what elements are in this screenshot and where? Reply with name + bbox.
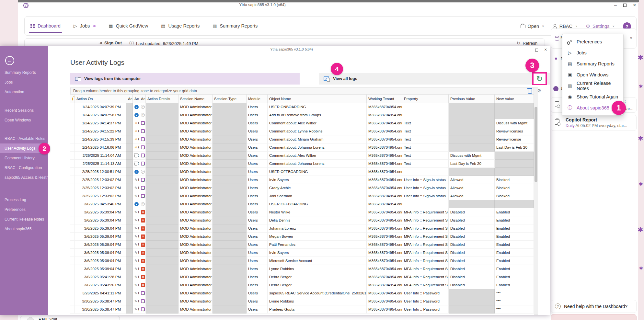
grid-header-object-name[interactable]: Object Name	[268, 95, 367, 103]
grid-header-action-on[interactable]: Action On	[75, 95, 126, 103]
current-user-chip[interactable]: Paul Smit	[20, 316, 120, 320]
sidebar-item-rbac-configuration[interactable]: RBAC - Configuration	[0, 163, 48, 173]
minimize-button[interactable]	[614, 3, 617, 8]
back-button[interactable]: ←	[5, 56, 14, 65]
grid-header-session-name[interactable]: Session Name	[178, 95, 213, 103]
sidebar-item-automation[interactable]: Automation	[0, 87, 48, 97]
table-row[interactable]: 3/6/2025 05:39:04 PM✎U✕EMOD Administrato…	[70, 224, 534, 233]
settings-menu-item-preferences[interactable]: Preferences	[562, 36, 623, 47]
table-row[interactable]: 1/24/2025 04:14:37 PM✳CSMOD Administrato…	[70, 119, 534, 127]
sidebar-item-sapio365-access-restrictions[interactable]: sapio365 Access & Restrictions	[0, 173, 48, 182]
grid-header-working-tenant[interactable]: Working Tenant	[367, 95, 402, 103]
scrollbar-thumb[interactable]	[535, 107, 537, 182]
grid-header-ac[interactable]: Ac...	[126, 95, 133, 103]
table-row[interactable]: 1/24/2025 04:15:22 PM✳CSMOD Administrato…	[70, 127, 534, 135]
sidebar-item-about-sapio365[interactable]: About sapio365	[0, 224, 48, 234]
sidebar-item-jobs[interactable]: Jobs	[0, 77, 48, 87]
grid-header-ac[interactable]: Ac...	[139, 95, 146, 103]
settings-menu-item-open-windows[interactable]: ▣Open Windows	[562, 69, 623, 80]
grid-cell-session-type	[213, 297, 247, 305]
tab-usage-reports[interactable]: ▤Usage Reports	[161, 17, 200, 35]
grid-cell-module: Users	[247, 208, 268, 216]
need-help-card[interactable]: ? Need help with the Dashboard?	[551, 300, 637, 313]
sidebar-item-summary-reports[interactable]: Summary Reports	[0, 68, 48, 77]
overlay-window-title: Ytria sapio365 v3.1.0 (x64)	[267, 47, 316, 51]
table-row[interactable]: 1/24/2025 04:16:06 PM✳CSMOD Administrato…	[70, 143, 534, 152]
table-row[interactable]: 3/6/2025 05:39:04 PM✎U✕EMOD Administrato…	[70, 257, 534, 265]
table-row[interactable]: 2/25/2025 12:33:02 PM✎USMOD Administrato…	[70, 184, 534, 192]
copilot-report-card[interactable]: Copilot Report Daily At 05:02 PM everyda…	[551, 115, 637, 131]
settings-menu-item-summary-reports[interactable]: ▤Summary Reports	[562, 58, 623, 69]
sidebar-item-process-log[interactable]: Process Log	[0, 195, 48, 205]
trash-icon[interactable]	[528, 89, 532, 94]
grid-header-property[interactable]: Property	[402, 95, 449, 103]
grid-header-action-details[interactable]: Action Details	[146, 95, 178, 103]
table-row[interactable]: 3/6/2025 05:43:26 PM✎U✕EMOD Administrato…	[70, 281, 534, 289]
table-row[interactable]: 2/25/2025 12:33:02 PM✎USMOD Administrato…	[70, 176, 534, 184]
tab-summary-reports[interactable]: ▥Summary Reports	[213, 17, 258, 35]
grid-header-module[interactable]: Module	[247, 95, 268, 103]
sidebar-item-recent-sessions[interactable]: Recent Sessions	[0, 106, 48, 115]
table-row[interactable]: 1/24/2025 04:07:39 PM▸R?NMOD Administrat…	[70, 103, 534, 111]
minimize-button[interactable]	[526, 47, 529, 52]
grid-cell-action-status: ?N	[139, 111, 146, 119]
table-row[interactable]: 3/6/2025 05:39:04 PM✎U✕EMOD Administrato…	[70, 265, 534, 273]
grid-cell-previous-value: Last Day is Feb 20	[449, 160, 495, 168]
grid-grouping-zone[interactable]: Drag a column header to this grouping zo…	[70, 87, 534, 95]
open-dropdown[interactable]: Open ∨	[521, 24, 544, 29]
table-row[interactable]: 3/26/2025 04:41:11 PM✎USMOD Administrato…	[70, 289, 534, 297]
partial-button[interactable]	[551, 314, 637, 320]
grid-cell-session-name: MOD Administrator	[178, 184, 213, 192]
table-row[interactable]: 3/6/2025 04:53:46 PM▸R?NMOD Administrato…	[70, 200, 534, 208]
grid-cell-object-name: Pradeep Gupta	[268, 305, 367, 314]
chevron-down-icon[interactable]: ∨	[630, 36, 632, 40]
grid-cell-object-name: Nestor Wilke	[268, 208, 367, 216]
grid-settings-gear-icon[interactable]: ⚙	[537, 88, 541, 94]
tab-quick-gridview[interactable]: ▦Quick GridView	[109, 17, 148, 35]
grid-header-new-value[interactable]: New Value	[495, 95, 534, 103]
table-row[interactable]: 1/24/2025 04:07:58 PM▸R?NMOD Administrat…	[70, 111, 534, 119]
table-row[interactable]: 3/6/2025 05:39:04 PM✎U✕EMOD Administrato…	[70, 208, 534, 216]
sidebar-item-open-windows[interactable]: Open Windows	[0, 115, 48, 125]
close-button[interactable]	[544, 48, 547, 52]
grid-cell-module: Users	[247, 127, 268, 135]
sign-out-button[interactable]: ⇥ Sign Out	[98, 40, 122, 45]
table-row[interactable]: 2/25/2025 11:14:04 AMDSMOD Administrator…	[70, 152, 534, 160]
rbac-dropdown[interactable]: RBAC ∨	[553, 24, 578, 29]
view-all-logs-label: View all logs	[333, 76, 357, 81]
table-row[interactable]: 3/30/2025 05:38:47 PM✎USMOD Administrato…	[70, 297, 534, 305]
table-row[interactable]: 1/24/2025 04:15:39 PM✳CSMOD Administrato…	[70, 135, 534, 143]
sidebar-item-preferences[interactable]: Preferences	[0, 205, 48, 214]
table-row[interactable]: 3/6/2025 05:41:28 PM✎U✕EMOD Administrato…	[70, 273, 534, 281]
view-all-logs-button[interactable]: ↗ View all logs	[319, 73, 550, 85]
table-row[interactable]: 3/6/2025 05:39:04 PM✎U✕EMOD Administrato…	[70, 216, 534, 224]
grid-header-session-type[interactable]: Session Type	[213, 95, 247, 103]
maximize-button[interactable]	[623, 4, 627, 7]
settings-menu-item-current-release-notes[interactable]: ▥Current Release Notes	[562, 80, 623, 91]
view-local-logs-button[interactable]: View logs from this computer	[70, 73, 300, 85]
grid-cell-indicator	[70, 111, 75, 119]
grid-scrollbar[interactable]	[534, 87, 538, 315]
sidebar-item-comment-history[interactable]: Comment History	[0, 153, 48, 163]
table-row[interactable]: 3/6/2025 05:39:04 PM✎U✕EMOD Administrato…	[70, 249, 534, 257]
tab-jobs[interactable]: ▷Jobs	[74, 17, 96, 35]
table-row[interactable]: 2/25/2025 12:30:51 PM▸R?NMOD Administrat…	[70, 168, 534, 176]
table-row[interactable]: 2/25/2025 11:14:13 AMDSMOD Administrator…	[70, 160, 534, 168]
close-button[interactable]	[633, 3, 636, 7]
sliders-icon	[567, 40, 573, 44]
settings-menu-item-show-tutorial-again[interactable]: ◉Show Tutorial Again	[562, 91, 623, 102]
refresh-logs-button[interactable]: ↻	[532, 72, 547, 85]
grid-header-previous-value[interactable]: Previous Value	[449, 95, 495, 103]
table-row[interactable]: 2/25/2025 12:33:02 PM✎USMOD Administrato…	[70, 192, 534, 200]
sidebar-item-current-release-notes[interactable]: Current Release Notes	[0, 214, 48, 224]
table-row[interactable]: 3/30/2025 05:38:47 PM✎USMOD Administrato…	[70, 305, 534, 314]
table-row[interactable]: 3/6/2025 05:39:04 PM✎U✕EMOD Administrato…	[70, 241, 534, 249]
grid-cell-previous-value	[449, 103, 495, 111]
settings-menu-item-jobs[interactable]: ▷Jobs	[562, 47, 623, 58]
maximize-button[interactable]	[535, 49, 538, 51]
tab-dashboard[interactable]: Dashboard	[30, 17, 61, 35]
sidebar-item-rbac-available-roles[interactable]: RBAC - Available Roles	[0, 134, 48, 143]
grid-header-ac[interactable]: Ac...	[133, 95, 139, 103]
dashboard-refresh-button[interactable]: ↻ Refresh	[517, 40, 537, 46]
table-row[interactable]: 3/6/2025 05:39:04 PM✎U✕EMOD Administrato…	[70, 233, 534, 241]
